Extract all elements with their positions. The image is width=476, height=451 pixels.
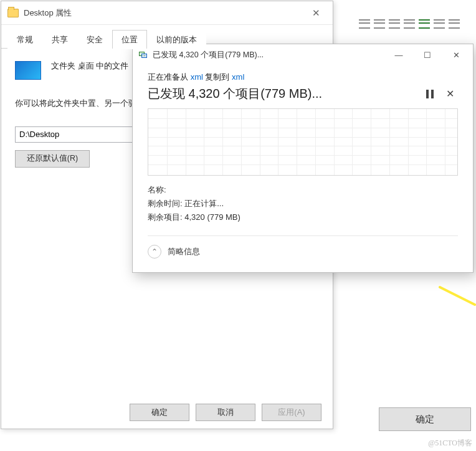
cancel-button[interactable]: 取消 bbox=[196, 404, 255, 421]
pause-button[interactable] bbox=[422, 86, 438, 102]
remaining-items-label: 剩余项目: bbox=[148, 212, 183, 222]
tab-general[interactable]: 常规 bbox=[7, 30, 42, 49]
brief-info-toggle[interactable]: ⌃ 简略信息 bbox=[148, 235, 458, 259]
discover-text: 已发现 4,320 个项目(779 MB)... bbox=[148, 85, 418, 102]
name-row: 名称: bbox=[148, 183, 458, 197]
name-label: 名称: bbox=[148, 185, 166, 194]
prep-mid: 复制到 bbox=[203, 72, 232, 82]
restore-defaults-button[interactable]: 还原默认值(R) bbox=[15, 150, 90, 168]
remaining-time-value: 正在计算... bbox=[184, 199, 224, 208]
align-icon bbox=[404, 17, 415, 29]
desktop-icon bbox=[15, 61, 41, 80]
maximize-button[interactable]: ☐ bbox=[413, 45, 442, 64]
tab-sharing[interactable]: 共享 bbox=[42, 30, 77, 49]
align-icon bbox=[419, 17, 430, 29]
align-icon bbox=[389, 17, 400, 29]
background-ok-button[interactable]: 确定 bbox=[379, 407, 471, 431]
tab-security[interactable]: 安全 bbox=[77, 30, 112, 49]
remaining-time-label: 剩余时间: bbox=[148, 199, 183, 208]
tab-previous-versions[interactable]: 以前的版本 bbox=[147, 30, 206, 49]
folder-icon bbox=[7, 9, 19, 17]
align-icon bbox=[374, 17, 385, 29]
preparing-line: 正在准备从 xml 复制到 xml bbox=[148, 72, 458, 83]
minimize-button[interactable]: — bbox=[384, 45, 413, 64]
path-value: D:\Desktop bbox=[19, 130, 59, 139]
folder-description: 文件夹 桌面 中的文件 bbox=[51, 60, 128, 72]
close-button[interactable]: ✕ bbox=[442, 45, 470, 64]
close-button[interactable]: ✕ bbox=[303, 4, 329, 22]
background-toolbar bbox=[351, 14, 476, 32]
prep-prefix: 正在准备从 bbox=[148, 72, 191, 82]
annotation-stroke bbox=[439, 283, 476, 308]
copy-window-title: 已发现 4,320 个项目(779 MB)... bbox=[153, 50, 384, 60]
cancel-copy-button[interactable]: ✕ bbox=[442, 86, 458, 102]
progress-graph bbox=[148, 108, 458, 176]
ok-button[interactable]: 确定 bbox=[130, 404, 189, 421]
brief-info-label: 简略信息 bbox=[168, 246, 200, 257]
remaining-items-value: 4,320 (779 MB) bbox=[184, 212, 240, 222]
copy-progress-dialog: → 已发现 4,320 个项目(779 MB)... — ☐ ✕ 正在准备从 x… bbox=[132, 44, 474, 273]
dest-link[interactable]: xml bbox=[232, 72, 244, 82]
tab-location[interactable]: 位置 bbox=[112, 30, 147, 49]
watermark: @51CTO博客 bbox=[428, 438, 472, 449]
properties-title-text: Desktop 属性 bbox=[24, 7, 303, 19]
close-icon: ✕ bbox=[446, 89, 454, 99]
discover-heading: 已发现 4,320 个项目(779 MB)... ✕ bbox=[148, 85, 458, 102]
copy-info: 名称: 剩余时间: 正在计算... 剩余项目: 4,320 (779 MB) bbox=[148, 183, 458, 224]
pause-icon bbox=[426, 90, 434, 98]
chevron-up-icon: ⌃ bbox=[148, 245, 161, 259]
remaining-items-row: 剩余项目: 4,320 (779 MB) bbox=[148, 211, 458, 224]
source-link[interactable]: xml bbox=[191, 72, 203, 82]
copy-icon: → bbox=[139, 52, 148, 59]
properties-titlebar: Desktop 属性 ✕ bbox=[1, 1, 333, 25]
apply-button[interactable]: 应用(A) bbox=[262, 404, 321, 421]
align-icon bbox=[449, 17, 460, 29]
align-icon bbox=[359, 17, 370, 29]
copy-body: 正在准备从 xml 复制到 xml 已发现 4,320 个项目(779 MB).… bbox=[133, 65, 473, 267]
align-icon bbox=[434, 17, 445, 29]
properties-footer: 确定 取消 应用(A) bbox=[130, 404, 321, 421]
remaining-time-row: 剩余时间: 正在计算... bbox=[148, 197, 458, 211]
